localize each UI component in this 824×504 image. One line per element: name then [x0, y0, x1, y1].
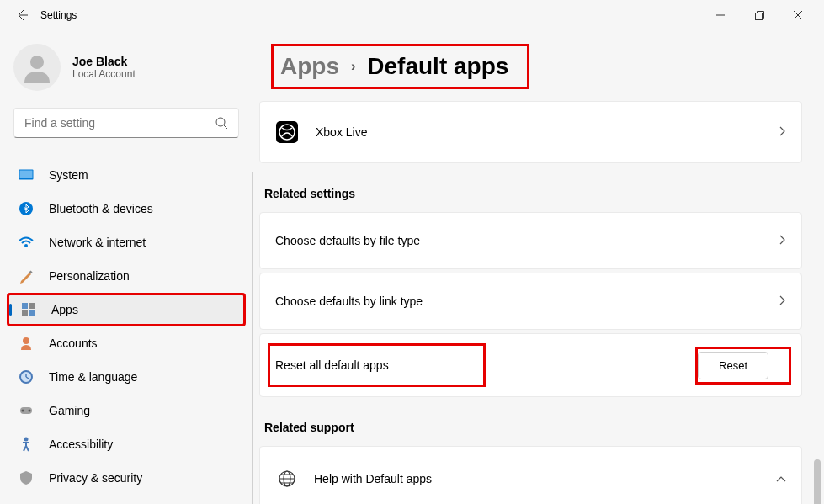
gaming-icon: [19, 403, 34, 418]
svg-rect-9: [29, 303, 35, 309]
minimize-icon: [716, 11, 725, 19]
card-label: Choose defaults by link type: [275, 294, 779, 308]
chevron-right-icon: ›: [351, 59, 355, 74]
close-icon: [794, 11, 802, 19]
sidebar-item-label: Bluetooth & devices: [49, 202, 153, 215]
user-type: Local Account: [72, 68, 136, 80]
breadcrumb-current: Default apps: [367, 53, 508, 80]
accounts-icon: [19, 336, 34, 351]
svg-point-17: [24, 438, 29, 442]
app-card-label: Xbox Live: [316, 125, 779, 139]
svg-rect-4: [20, 171, 33, 178]
user-profile[interactable]: Joe Black Local Account: [7, 30, 246, 108]
breadcrumb-parent[interactable]: Apps: [280, 53, 339, 80]
sidebar-item-label: Gaming: [49, 404, 90, 417]
sidebar: Joe Black Local Account System Bluetooth…: [0, 30, 253, 504]
help-default-apps[interactable]: Help with Default apps: [259, 446, 802, 504]
search-input[interactable]: [24, 116, 215, 130]
reset-label: Reset all default apps: [275, 358, 389, 372]
search-box[interactable]: [13, 108, 239, 138]
sidebar-item-gaming[interactable]: Gaming: [7, 394, 246, 427]
shield-icon: [19, 470, 34, 485]
sidebar-item-label: Personalization: [49, 269, 130, 283]
sidebar-item-label: System: [49, 168, 88, 182]
accessibility-icon: [19, 437, 34, 452]
sidebar-item-label: Apps: [51, 303, 78, 316]
svg-rect-0: [755, 13, 762, 19]
sidebar-item-time[interactable]: Time & language: [7, 360, 246, 394]
related-settings-header: Related settings: [264, 187, 802, 200]
xbox-icon: [275, 120, 299, 144]
svg-point-2: [216, 118, 225, 126]
search-icon: [215, 117, 228, 130]
user-name: Joe Black: [72, 55, 136, 68]
related-support-header: Related support: [264, 421, 802, 434]
svg-point-12: [23, 337, 29, 344]
choose-by-file-type[interactable]: Choose defaults by file type: [259, 212, 802, 269]
sidebar-item-system[interactable]: System: [7, 158, 246, 192]
chevron-right-icon: [779, 294, 786, 309]
chevron-right-icon: [779, 233, 786, 248]
bluetooth-icon: [19, 201, 34, 216]
svg-rect-11: [29, 310, 35, 316]
close-button[interactable]: [779, 0, 817, 30]
chevron-up-icon: [776, 471, 786, 486]
apps-icon: [21, 302, 36, 317]
app-card-xbox-live[interactable]: Xbox Live: [259, 101, 802, 163]
sidebar-item-label: Time & language: [49, 370, 137, 384]
sidebar-item-label: Privacy & security: [49, 471, 142, 485]
back-arrow-icon: [15, 8, 29, 22]
breadcrumb: Apps › Default apps: [259, 44, 802, 89]
sidebar-item-apps[interactable]: Apps: [7, 293, 246, 326]
svg-point-15: [22, 410, 24, 412]
system-icon: [19, 167, 34, 183]
main-content: Apps › Default apps Xbox Live Related se…: [253, 30, 824, 504]
reset-defaults-card: Reset all default apps Reset: [259, 333, 802, 397]
chevron-right-icon: [779, 125, 786, 140]
svg-point-16: [29, 410, 31, 412]
maximize-button[interactable]: [740, 0, 779, 30]
choose-by-link-type[interactable]: Choose defaults by link type: [259, 273, 802, 330]
svg-rect-8: [22, 303, 28, 309]
person-icon: [21, 51, 53, 83]
avatar: [13, 44, 61, 91]
card-label: Choose defaults by file type: [275, 234, 779, 247]
scrollbar-thumb[interactable]: [814, 459, 821, 504]
sidebar-item-accounts[interactable]: Accounts: [7, 326, 246, 360]
sidebar-item-bluetooth[interactable]: Bluetooth & devices: [7, 192, 246, 225]
sidebar-item-personalization[interactable]: Personalization: [7, 259, 246, 293]
sidebar-item-label: Accessibility: [49, 438, 113, 451]
back-button[interactable]: [7, 0, 37, 30]
minimize-button[interactable]: [701, 0, 740, 30]
sidebar-item-label: Network & internet: [49, 236, 146, 249]
maximize-icon: [755, 11, 764, 20]
sidebar-item-privacy[interactable]: Privacy & security: [7, 461, 246, 495]
sidebar-item-network[interactable]: Network & internet: [7, 225, 246, 259]
card-label: Help with Default apps: [314, 472, 776, 485]
window-title: Settings: [40, 9, 77, 21]
nav-list: System Bluetooth & devices Network & int…: [7, 158, 246, 495]
personalization-icon: [19, 268, 34, 284]
clock-icon: [19, 369, 34, 385]
globe-icon: [275, 467, 299, 491]
svg-rect-10: [22, 310, 28, 316]
reset-button[interactable]: Reset: [698, 352, 768, 379]
wifi-icon: [19, 235, 34, 250]
svg-point-6: [24, 244, 28, 247]
sidebar-item-accessibility[interactable]: Accessibility: [7, 427, 246, 461]
sidebar-item-label: Accounts: [49, 337, 98, 350]
svg-point-1: [30, 56, 44, 69]
